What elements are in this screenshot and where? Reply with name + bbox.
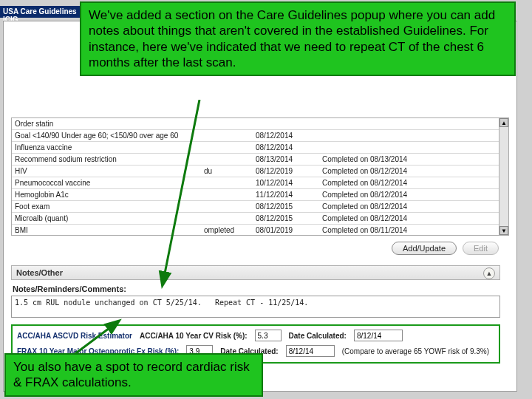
guidelines-table: Order statin Goal <140/90 Under age 60; … (11, 117, 500, 236)
cell: 08/12/2014 (256, 143, 322, 151)
ascvd-label: ACC/AHA ASCVD Risk Estimator (17, 332, 132, 340)
table-row[interactable]: Goal <140/90 Under age 60; <150/90 over … (12, 130, 499, 142)
cell: Completed on 08/13/2014 (322, 155, 477, 163)
cell: Goal <140/90 Under age 60; <150/90 over … (12, 132, 204, 140)
cell: Order statin (12, 120, 204, 128)
cell: 08/13/2014 (256, 155, 322, 163)
table-row[interactable]: Hemoglobin A1c11/12/2014Completed on 08/… (12, 189, 499, 201)
cv-date-label: Date Calculated: (289, 332, 347, 340)
cell: Influenza vaccine (12, 143, 204, 151)
cell: 08/12/2015 (256, 202, 322, 211)
cell: BMI (12, 226, 204, 234)
cv-risk-input[interactable] (255, 330, 282, 341)
ascvd-row: ACC/AHA ASCVD Risk Estimator ACC/AHA 10 … (17, 330, 494, 341)
cell: Completed on 08/12/2014 (322, 179, 477, 187)
notes-section: Notes/Other ▲ Notes/Reminders/Comments: (11, 265, 500, 319)
table-row[interactable]: Recommend sodium restriction08/13/2014Co… (12, 154, 499, 166)
callout-top: We've added a section on the Care Guidel… (80, 1, 516, 76)
care-guidelines-window: Order statin Goal <140/90 Under age 60; … (3, 21, 517, 392)
cell: 08/12/2014 (256, 132, 322, 140)
notes-textarea[interactable] (11, 296, 500, 318)
cell: ompleted (204, 226, 256, 234)
cell: Pneumococcal vaccine (12, 179, 204, 187)
cell: 11/12/2014 (256, 191, 322, 199)
cell: Completed on 08/12/2014 (322, 202, 477, 211)
cell: du (204, 167, 256, 175)
window-titlebar: USA Care Guidelines ICIG (0, 6, 89, 18)
cell: Recommend sodium restriction (12, 155, 204, 163)
cell: Completed on 08/12/2014 (322, 214, 477, 222)
table-row[interactable]: Influenza vaccine08/12/2014 (12, 142, 499, 154)
frax-date-input[interactable] (286, 345, 335, 357)
cell: 08/12/2015 (256, 214, 322, 222)
scroll-up-icon[interactable]: ▲ (499, 118, 508, 127)
table-row[interactable]: Order statin (12, 118, 499, 130)
cell: Hemoglobin A1c (12, 191, 204, 199)
scrollbar[interactable]: ▲ ▼ (499, 117, 509, 236)
table-row[interactable]: HIVdu08/12/2019Completed on 08/12/2014 (12, 166, 499, 177)
notes-sub-label: Notes/Reminders/Comments: (13, 284, 500, 293)
cell: 08/12/2019 (256, 167, 322, 175)
cell: Completed on 08/12/2014 (322, 167, 477, 175)
callout-bottom: You also have a spot to record cardiac r… (4, 353, 263, 397)
table-row[interactable]: BMIompleted08/01/2019Completed on 08/11/… (12, 225, 499, 236)
cell: Microalb (quant) (12, 214, 204, 222)
table-actions: Add/Update Edit (392, 242, 499, 255)
table-row[interactable]: Foot exam08/12/2015Completed on 08/12/20… (12, 201, 499, 213)
table-row[interactable]: Pneumococcal vaccine10/12/2014Completed … (12, 177, 499, 189)
notes-header-label: Notes/Other (16, 268, 63, 277)
cv-risk-label: ACC/AHA 10 Year CV Risk (%): (140, 332, 248, 340)
collapse-icon[interactable]: ▲ (483, 267, 495, 279)
cell: 08/01/2019 (256, 226, 322, 234)
cell: 10/12/2014 (256, 179, 322, 187)
frax-comparison-text: (Compare to average 65 YOWF risk of 9.3%… (342, 347, 489, 355)
notes-header[interactable]: Notes/Other ▲ (11, 265, 500, 280)
cell: Completed on 08/12/2014 (322, 191, 477, 199)
table-row[interactable]: Microalb (quant)08/12/2015Completed on 0… (12, 213, 499, 225)
cell: HIV (12, 167, 204, 175)
scroll-down-icon[interactable]: ▼ (499, 226, 508, 235)
edit-button[interactable]: Edit (463, 242, 499, 255)
add-update-button[interactable]: Add/Update (392, 242, 457, 255)
cell: Foot exam (12, 202, 204, 211)
cv-date-input[interactable] (354, 330, 403, 341)
cell: Completed on 08/11/2014 (322, 226, 477, 234)
